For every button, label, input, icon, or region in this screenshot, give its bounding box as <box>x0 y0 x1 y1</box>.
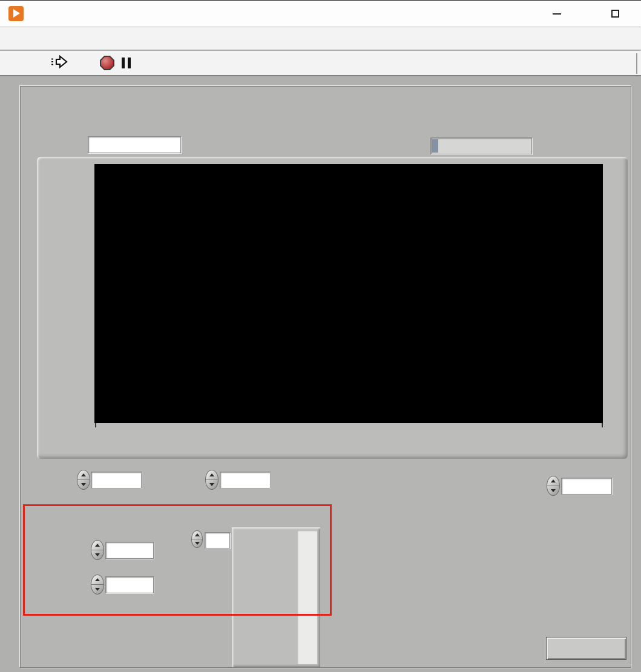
write-value-array <box>232 527 320 667</box>
play-triangle-icon <box>13 9 20 18</box>
array-index-field[interactable] <box>205 532 230 548</box>
toolbar-edge <box>636 53 637 74</box>
x-tick-mark <box>95 423 96 427</box>
maximize-button[interactable] <box>601 5 629 23</box>
maximize-icon <box>611 10 619 18</box>
x-tick-mark <box>602 423 603 427</box>
plot-legend-chip <box>432 139 438 153</box>
title-bar <box>0 0 641 27</box>
write-count-spinner[interactable] <box>91 575 104 595</box>
labview-app-icon <box>8 6 24 21</box>
write-index-field[interactable] <box>105 542 154 559</box>
front-panel <box>20 86 631 668</box>
write-count-field[interactable] <box>105 576 154 593</box>
labview-window <box>0 0 641 672</box>
delay-spinner[interactable] <box>547 476 560 496</box>
plot-area <box>94 164 603 423</box>
toolbar <box>0 51 641 76</box>
array-empty-column <box>297 530 317 664</box>
y-axis-ticks <box>37 164 91 423</box>
write-index-spinner[interactable] <box>91 540 104 560</box>
read-index-spinner[interactable] <box>77 470 90 490</box>
minimize-icon <box>553 13 561 15</box>
ip-address-field[interactable] <box>88 136 181 153</box>
read-index-field[interactable] <box>91 472 142 489</box>
minimize-button[interactable] <box>543 5 571 23</box>
read-count-field[interactable] <box>220 472 271 489</box>
menu-bar <box>0 27 641 50</box>
stop-button[interactable] <box>546 637 626 660</box>
abort-button[interactable] <box>100 56 114 70</box>
pause-button[interactable] <box>122 58 131 68</box>
run-button[interactable] <box>50 54 68 71</box>
run-arrow-icon <box>50 54 68 69</box>
front-panel-background <box>0 76 641 672</box>
chart-digital-display <box>430 137 532 154</box>
waveform-chart <box>37 157 628 459</box>
pause-icon <box>122 58 125 68</box>
read-count-spinner[interactable] <box>205 470 219 490</box>
delay-field[interactable] <box>561 478 612 495</box>
array-index-spinner[interactable] <box>191 530 203 548</box>
